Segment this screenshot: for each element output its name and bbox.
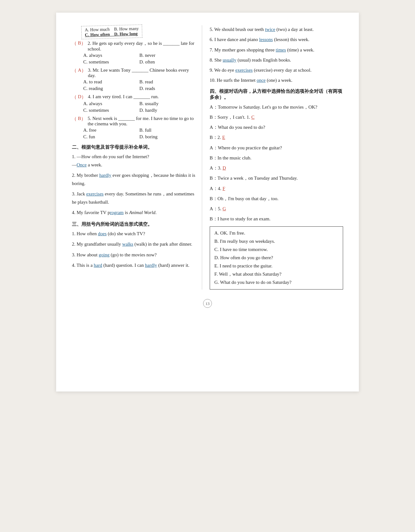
q3-bracket: （ xyxy=(72,68,77,74)
dialog-b4: B：Twice a week，on Tuesday and Thursday. xyxy=(210,174,343,182)
mc-item-q5: （ B ） 5. Next week is _______ for me. I … xyxy=(72,116,196,140)
s3-item1: 1. How often does (do) she watch TV? xyxy=(72,230,196,238)
box-opt-g: G. What do you have to do on Saturday? xyxy=(214,278,338,286)
q2-opt-a: A. always xyxy=(83,52,139,58)
q4-opt-c: C. sometimes xyxy=(83,107,139,113)
dialog-a6: A：5. G xyxy=(210,205,343,213)
s2-item1-line2: —Once a week. xyxy=(72,161,196,169)
q5-bracket2: ） xyxy=(81,116,86,122)
q2-answer: B xyxy=(78,40,81,46)
main-content: A. How much B. How many C. How often D. … xyxy=(72,25,343,290)
q2-bracket2: ） xyxy=(81,40,86,46)
dialog-a4: A：3. D xyxy=(210,164,343,172)
right-column: 5. We should brush our teeth twice (two)… xyxy=(202,25,343,290)
q4-opt-a: A. always xyxy=(83,101,139,107)
s3-item4: 4. This is a hard (hard) question. I can… xyxy=(72,261,196,270)
q4-bracket2: ） xyxy=(81,94,86,100)
q3-options: A. to read B. read C. reading D. reads xyxy=(83,79,196,92)
dialog-a5: A：4. F xyxy=(210,184,343,193)
q3-opt-d: D. reads xyxy=(139,86,196,92)
q5-opt-c: C. fun xyxy=(83,134,139,140)
left-column: A. How much B. How many C. How often D. … xyxy=(72,25,202,290)
q2-opt-b: B. never xyxy=(139,52,196,58)
r-item8: 8. She usually (usual) reads English boo… xyxy=(210,56,343,64)
dialog-b5: B：Oh，I'm busy on that day，too. xyxy=(210,194,343,203)
q5-question: （ B ） 5. Next week is _______ for me. I … xyxy=(72,116,196,127)
q2-opt-d: D. often xyxy=(139,59,196,65)
s2-item1: 1. —How often do you surf the Internet? … xyxy=(72,153,196,169)
q3-bracket2: ） xyxy=(81,68,86,74)
q2-opt-c: C. sometimes xyxy=(83,59,139,65)
q3-question: （ A ） 3. Mr. Lee wants Tony _______ Chin… xyxy=(72,68,196,78)
r-item9: 9. We do eye exercises (exercise) every … xyxy=(210,66,343,74)
section4-title: 四、根据对话内容，从方框中选择恰当的选项补全对话（有两项多余）。 xyxy=(210,88,343,100)
box-opt-a: A. OK. I'm free. xyxy=(214,229,338,237)
mc-item-q4: （ D ） 4. I am very tired. I can _______ … xyxy=(72,94,196,113)
dialog-a2: A：What do you need to do? xyxy=(210,123,343,131)
s3-item3: 3. How about going (go) to the movies no… xyxy=(72,251,196,259)
dialog-b6: B：I have to study for an exam. xyxy=(210,215,343,223)
q5-answer: B xyxy=(78,116,81,121)
q2-text: 2. He gets up early every day，so he is _… xyxy=(88,40,196,52)
section2-title: 二、根据句意及首字母提示补全单词。 xyxy=(72,144,196,150)
dialog-b2: B：2. E xyxy=(210,133,343,141)
dialog-a3: A：Where do you practice the guitar? xyxy=(210,144,343,152)
q2-question: （ B ） 2. He gets up early every day，so h… xyxy=(72,40,196,52)
r-item6: 6. I have dance and piano lessons (lesso… xyxy=(210,35,343,44)
q4-opt-b: B. usually xyxy=(139,101,196,107)
dialog-a1: A：Tomorrow is Saturday. Let's go to the … xyxy=(210,103,343,111)
q2-options: A. always B. never C. sometimes D. often xyxy=(83,52,196,65)
q5-bracket: （ xyxy=(72,116,77,122)
section3-title: 三、用括号内所给词的适当形式填空。 xyxy=(72,221,196,227)
q5-options: A. free B. full C. fun D. boring xyxy=(83,127,196,140)
options-box: A. OK. I'm free. B. I'm really busy on w… xyxy=(210,226,343,290)
page-number: 13 xyxy=(203,299,212,308)
r-item10: 10. He surfs the Internet once (one) a w… xyxy=(210,76,343,84)
page: A. How much B. How many C. How often D. … xyxy=(56,13,359,392)
q5-text: 5. Next week is _______ for me. I have n… xyxy=(88,116,196,127)
box-opt-e: E. I need to practice the guitar. xyxy=(214,262,338,270)
q4-opt-d: D. hardly xyxy=(139,107,196,113)
q3-answer: A xyxy=(78,68,81,73)
s3-item2: 2. My grandfather usually walks (walk) i… xyxy=(72,240,196,248)
q5-opt-d: D. boring xyxy=(139,134,196,140)
q4-bracket: （ xyxy=(72,94,77,100)
s2-item3: 3. Jack exercises every day. Sometimes h… xyxy=(72,190,196,206)
s2-item2: 2. My brother hardly ever goes shopping，… xyxy=(72,171,196,188)
page-number-area: 13 xyxy=(72,299,343,308)
s2-item1-line1: 1. —How often do you surf the Internet? xyxy=(72,153,196,161)
box-opt-c: C. I have no time tomorrow. xyxy=(214,246,338,253)
q4-answer: D xyxy=(78,94,81,99)
r-item5: 5. We should brush our teeth twice (two)… xyxy=(210,25,343,33)
q3-opt-a: A. to read xyxy=(83,79,139,85)
dialog-b3: B：In the music club. xyxy=(210,154,343,162)
box-opt-f: F. Well，what about this Saturday? xyxy=(214,270,338,278)
q5-opt-b: B. full xyxy=(139,127,196,133)
q4-question: （ D ） 4. I am very tired. I can _______ … xyxy=(72,94,196,100)
q4-options: A. always B. usually C. sometimes D. har… xyxy=(83,101,196,113)
q2-bracket: （ xyxy=(72,40,77,46)
q3-opt-b: B. read xyxy=(139,79,196,85)
box-opt-b: B. I'm really busy on weekdays. xyxy=(214,237,338,245)
q1-option-c: C. How often D. How long xyxy=(85,31,139,38)
q4-text: 4. I am very tired. I can _______ run. xyxy=(88,94,159,99)
q3-opt-c: C. reading xyxy=(83,86,139,92)
mc-item-q3: （ A ） 3. Mr. Lee wants Tony _______ Chin… xyxy=(72,68,196,92)
r-item7: 7. My mother goes shopping three times (… xyxy=(210,46,343,54)
q3-text: 3. Mr. Lee wants Tony _______ Chinese bo… xyxy=(88,68,196,78)
box-opt-d: D. How often do you go there? xyxy=(214,254,338,261)
dialog-section: A：Tomorrow is Saturday. Let's go to the … xyxy=(210,103,343,223)
dialog-b1: B：Sorry，I can't. 1. C xyxy=(210,113,343,121)
s2-item4: 4. My favorite TV program is Animal Worl… xyxy=(72,209,196,217)
q5-opt-a: A. free xyxy=(83,127,139,133)
mc-item-q2: （ B ） 2. He gets up early every day，so h… xyxy=(72,40,196,65)
